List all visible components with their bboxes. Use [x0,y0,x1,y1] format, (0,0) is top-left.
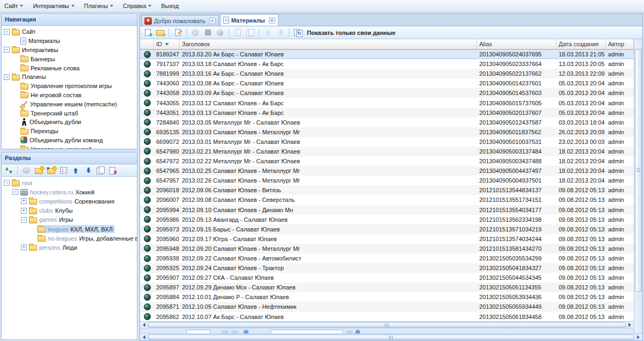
menu-item-interactives[interactable]: Интерактивы [33,3,74,9]
bottom-horizontal-scrollbar[interactable] [140,333,642,340]
expander-minus-icon[interactable]: − [21,217,27,223]
nav-item-non-playing-roster[interactable]: Не игровой состав [2,91,137,100]
table-row[interactable]: 74430602013.03.08 Ак Барс - Салават Юлае… [140,78,634,88]
scroll-left-button[interactable] [140,334,148,340]
table-row[interactable]: 20959482012.09.20 Салават Юлаев - Металл… [140,244,634,253]
scroll-right-button[interactable] [626,322,634,328]
table-row[interactable]: 81892472013.03.20 Ак Барс - Салават Юлае… [140,49,634,59]
table-row[interactable]: 65479572013.02.26 Салават Юлаев - Металл… [140,176,634,185]
table-row[interactable]: 20959942012.09.10 Салават Юлаев - Динамо… [140,205,634,215]
column-header-alias[interactable]: Alias [477,39,557,49]
table-row[interactable]: 65479802013.02.21 Металлург Мг - Салават… [140,147,634,156]
column-header-id[interactable]: ID [154,39,180,49]
add-section-button[interactable] [33,165,44,176]
table-row[interactable]: 78819992013.03.16 Ак Барс - Салават Юлае… [140,69,634,78]
search-input[interactable] [270,330,343,333]
expander-plus-icon[interactable]: + [21,198,27,204]
copy-button[interactable] [95,165,106,176]
close-icon[interactable]: × [269,17,275,24]
nav-item-team-management[interactable]: Управление командой [2,144,137,149]
column-header-title[interactable]: Заголовок [180,39,477,49]
section-item-clubs[interactable]: +clubsКлубы [2,206,137,215]
search-icon[interactable] [355,330,360,333]
expander-minus-icon[interactable]: − [12,189,18,195]
table-row[interactable]: 20959602012.09.17 Югра - Салават Юлаев20… [140,234,634,244]
table-row[interactable]: 74430552013.03.12 Салават Юлаев - Ак Бар… [140,98,634,107]
nav-item-cache-management[interactable]: Управление кешем (memcache) [2,99,137,108]
section-item-games[interactable]: −gamesИгры [2,215,137,224]
table-row[interactable]: 20959732012.09.15 Барыс - Салават Юлаев2… [140,224,634,234]
my-data-button[interactable] [292,27,303,38]
table-row[interactable]: 65479722013.02.22 Металлург Мг - Салават… [140,156,634,166]
table-row[interactable]: 74430582013.03.09 Ак Барс - Салават Юлае… [140,88,634,98]
nav-item-materials[interactable]: Материалы [2,37,137,46]
table-row[interactable]: 20959252012.09.24 Салават Юлаев - Тракто… [140,263,634,273]
nav-item-game-protocol[interactable]: Управление протоколом игры [2,82,137,91]
table-row[interactable]: 20958712012.10.05 Салават Юлаев - Нефтех… [140,302,634,311]
tab-welcome[interactable]: Добро пожаловать× [141,15,219,26]
table-row[interactable]: 74430512013.03.13 Салават Юлаев - Ак Бар… [140,108,634,118]
paging-button[interactable] [231,330,238,333]
horizontal-scrollbar-thumb[interactable] [148,322,626,328]
properties-button[interactable] [58,165,69,176]
show-only-my-data-button[interactable]: Показать только свои данные [305,30,398,36]
table-row[interactable]: 79171072013.03.18 Салават Юлаев - Ак Бар… [140,59,634,69]
section-item-root[interactable]: −root [2,178,137,187]
column-header-created[interactable]: Дата создания [557,39,606,49]
table-row[interactable]: 20959382012.09.22 Салават Юлаев - Автомо… [140,253,634,263]
expander-minus-icon[interactable]: − [4,29,10,35]
column-header-author[interactable]: Автор [606,39,634,49]
nav-item-coaching-staff[interactable]: Тренерский штаб [2,108,137,118]
paging-button[interactable] [346,330,353,333]
table-row[interactable]: 20959862012.09.13 Авангард - Салават Юла… [140,215,634,224]
expander-minus-icon[interactable]: − [4,47,10,53]
table-row[interactable]: 20960182012.09.06 Салават Юлаев - Витязь… [140,185,634,195]
nav-item-ad-words[interactable]: Рекламные слова [2,63,137,72]
nav-item-interactives[interactable]: −Интерактивы [2,46,137,55]
add-folder-button[interactable] [155,27,165,38]
edit-button[interactable] [172,27,183,38]
vertical-scrollbar-thumb[interactable] [635,49,642,292]
nav-item-banners[interactable]: Баннеры [2,54,137,63]
section-item-no-leagues[interactable]: no-leaguesИгры, добавленные вручную [2,234,137,243]
move-up-button[interactable] [70,165,81,176]
expander-minus-icon[interactable]: − [4,180,10,186]
expander-plus-icon[interactable]: + [21,208,27,214]
nav-item-merge-duplicates[interactable]: Объединить дубли [2,118,137,127]
section-item-leagues[interactable]: leaguesКХЛ, МХЛ, ВХЛ [2,224,137,234]
nav-item-merge-team-duplicates[interactable]: Объединить дубли команд [2,136,137,145]
menu-item-logout[interactable]: Выход [161,3,179,9]
tab-materials[interactable]: Материалы× [220,14,279,26]
expander-plus-icon[interactable]: + [21,244,27,250]
table-row[interactable]: 66990722013.03.01 Металлург Мг - Салават… [140,137,634,147]
table-row[interactable]: 69351352013.03.03 Салават Юлаев - Металл… [140,127,634,137]
horizontal-scrollbar[interactable] [140,321,634,328]
table-row[interactable]: 20959072012.09.27 СКА - Салават Юлаев201… [140,273,634,282]
section-item-competitions[interactable]: +competitionsСоревнования [2,197,137,206]
table-row[interactable]: 72848402013.03.05 Металлург Мг - Салават… [140,118,634,127]
table-row[interactable]: 65479652013.02.25 Салават Юлаев - Металл… [140,166,634,176]
menu-item-help[interactable]: Справка [123,3,151,9]
nav-item-site[interactable]: −Сайт [2,27,137,37]
refresh-button[interactable] [3,165,14,176]
page-number-input[interactable] [186,330,210,333]
close-icon[interactable]: × [209,18,216,24]
section-item-persons[interactable]: +personsЛюди [2,243,137,252]
menu-item-site[interactable]: Сайт [4,3,23,9]
paging-button[interactable] [222,330,229,333]
section-item-hockey-cetera-ru[interactable]: −hockey.cetera.ruХоккей [2,187,137,197]
scroll-left-button[interactable] [140,322,148,328]
scroll-right-button[interactable] [634,334,642,340]
nav-item-plugins[interactable]: −Плагины [2,72,137,82]
paging-refresh-icon[interactable] [244,330,248,333]
add-subsection-button[interactable] [46,165,56,176]
nav-item-transfers[interactable]: Переходы [2,127,137,136]
expander-minus-icon[interactable]: − [4,74,10,80]
horizontal-scrollbar-thumb[interactable] [148,335,634,340]
table-row[interactable]: 20958622012.10.07 Ак Барс - Салават Юлае… [140,312,634,321]
add-material-button[interactable] [142,27,153,38]
menu-item-plugins[interactable]: Плагины [84,3,114,9]
table-row[interactable]: 20960072012.09.08 Салават Юлаев - Северс… [140,195,634,205]
table-row[interactable]: 20958842012.10.01 Динамо Р - Салават Юла… [140,292,634,302]
delete-button[interactable] [107,165,118,176]
